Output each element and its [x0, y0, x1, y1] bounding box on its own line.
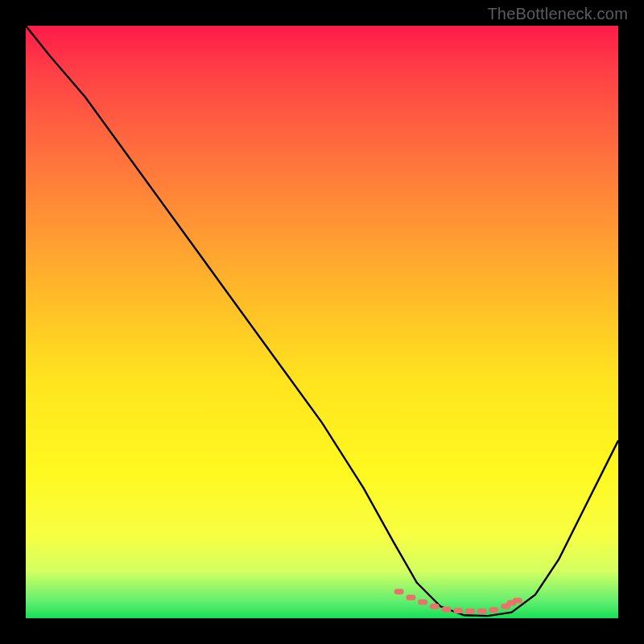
optimal-marker: [430, 604, 440, 609]
optimal-marker: [477, 609, 487, 614]
optimal-marker: [513, 597, 522, 603]
optimal-marker: [406, 595, 415, 601]
optimal-marker: [465, 609, 475, 614]
optimal-marker: [442, 607, 452, 613]
optimal-marker: [453, 608, 463, 613]
chart-svg: [26, 26, 618, 618]
optimal-marker: [489, 607, 498, 613]
optimal-marker: [418, 600, 427, 605]
chart-area: [26, 26, 618, 618]
optimal-range-markers: [394, 588, 522, 613]
watermark-text: TheBottleneck.com: [487, 5, 628, 23]
optimal-marker: [394, 588, 404, 594]
bottleneck-curve: [26, 26, 618, 616]
